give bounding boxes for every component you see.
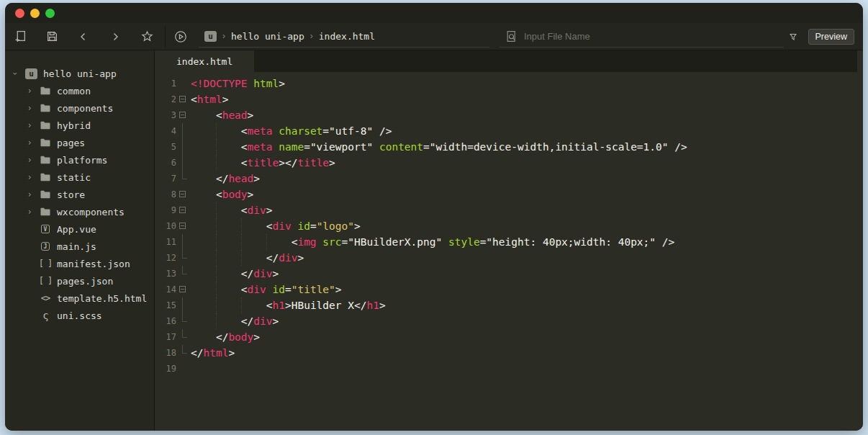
chevron-down-icon: ›: [10, 69, 20, 78]
tree-item-uni.scss[interactable]: ›ςuni.scss: [5, 307, 154, 324]
code-editor[interactable]: 1<!DOCTYPE html>2<html>3 <head>4 <meta c…: [155, 72, 863, 431]
code-line: 14 <div id="title">: [155, 282, 863, 297]
line-number: 5: [155, 142, 176, 152]
file-search-input[interactable]: [524, 31, 778, 42]
indent-guide: [216, 266, 217, 282]
tree-item-App.vue[interactable]: ›VApp.vue: [5, 220, 154, 238]
new-file-button[interactable]: [12, 29, 28, 45]
json-file-icon: [ ]: [40, 259, 51, 269]
run-icon: [174, 30, 187, 43]
tree-item-label: App.vue: [57, 224, 96, 235]
fold-toggle-icon[interactable]: [179, 191, 186, 197]
indent-guide: [216, 218, 217, 234]
tree-item-template.h5.html[interactable]: ›<>template.h5.html: [5, 290, 154, 307]
indent-guide: [241, 218, 242, 234]
favorites-button[interactable]: [139, 29, 155, 45]
line-number: 6: [155, 158, 176, 168]
fold-end-icon: [182, 329, 187, 338]
fold-toggle-icon[interactable]: [179, 96, 186, 102]
code-line: 12 </div>: [155, 250, 863, 266]
fold-gutter: [176, 91, 191, 107]
tree-item-components[interactable]: ›components: [5, 99, 154, 117]
fold-gutter: [176, 250, 191, 266]
minimize-button[interactable]: [30, 9, 40, 18]
preview-button[interactable]: Preview: [808, 29, 854, 45]
run-button[interactable]: [173, 29, 189, 45]
fold-toggle-icon[interactable]: [179, 286, 186, 292]
line-number: 17: [155, 332, 176, 342]
code-line: 10 <div id="logo">: [155, 218, 863, 234]
folder-icon: [40, 138, 51, 147]
line-number: 2: [155, 94, 176, 104]
tree-item-hybrid[interactable]: ›hybrid: [5, 117, 154, 134]
tree-item-label: components: [57, 103, 113, 114]
fold-gutter: [176, 282, 191, 297]
file-tree: ›uhello uni-app›common›components›hybrid…: [5, 65, 154, 324]
file-search-field[interactable]: [499, 26, 784, 48]
js-file-icon: J: [40, 242, 51, 251]
code-line: 5 <meta name="viewport" content="width=d…: [155, 139, 863, 155]
fold-end-icon: [182, 171, 187, 179]
folder-icon: [40, 173, 51, 181]
folder-icon: [40, 86, 51, 95]
fold-line: [182, 139, 183, 155]
breadcrumb: u › hello uni-app › index.html: [199, 26, 489, 48]
tab-index-html[interactable]: index.html: [155, 50, 254, 72]
code-text: <html>: [191, 91, 228, 107]
line-number: 15: [155, 300, 176, 310]
forward-button[interactable]: [107, 29, 123, 45]
back-button[interactable]: [76, 29, 91, 45]
tree-item-root[interactable]: ›uhello uni-app: [5, 65, 154, 82]
vue-file-icon: V: [40, 225, 51, 233]
code-line: 3 <head>: [155, 107, 863, 123]
tree-item-store[interactable]: ›store: [5, 186, 154, 203]
tree-item-label: wxcomponents: [57, 207, 125, 218]
tree-item-pages[interactable]: ›pages: [5, 134, 154, 151]
folder-icon: [40, 207, 51, 216]
tree-item-wxcomponents[interactable]: ›wxcomponents: [5, 203, 154, 220]
chevron-right-icon: ›: [25, 138, 34, 148]
line-number: 12: [155, 253, 176, 263]
tree-item-pages.json[interactable]: ›[ ]pages.json: [5, 272, 154, 290]
folder-icon: [40, 190, 51, 199]
line-number: 3: [155, 110, 176, 120]
save-button[interactable]: [44, 29, 60, 45]
zoom-button[interactable]: [45, 9, 55, 18]
fold-toggle-icon[interactable]: [179, 112, 186, 118]
fold-gutter: [176, 329, 191, 345]
tree-item-main.js[interactable]: ›Jmain.js: [5, 238, 154, 255]
code-line: 18</html>: [155, 345, 863, 361]
folder-icon: [40, 156, 51, 164]
tree-item-manifest.json[interactable]: ›[ ]manifest.json: [5, 255, 154, 272]
line-number: 18: [155, 348, 176, 358]
tree-item-label: hello uni-app: [43, 68, 117, 79]
code-line: 7 </head>: [155, 171, 863, 187]
code-line: 17 </body>: [155, 329, 863, 345]
code-text: <title></title>: [191, 155, 335, 171]
project-sidebar: ›uhello uni-app›common›components›hybrid…: [5, 50, 155, 431]
html-file-icon: <>: [40, 293, 51, 303]
indent-guide: [241, 234, 242, 250]
folder-icon: [40, 104, 51, 112]
fold-toggle-icon[interactable]: [179, 223, 186, 229]
tree-item-static[interactable]: ›static: [5, 169, 154, 186]
filter-button[interactable]: [785, 29, 801, 45]
close-button[interactable]: [15, 9, 24, 18]
fold-gutter: [176, 171, 191, 187]
json-file-icon: [ ]: [40, 276, 51, 286]
new-file-icon: [14, 30, 27, 42]
tree-item-platforms[interactable]: ›platforms: [5, 151, 154, 169]
indent-guide: [216, 139, 217, 155]
code-line: 16 </div>: [155, 313, 863, 329]
fold-gutter: [176, 345, 191, 361]
indent-guide: [216, 282, 217, 297]
fold-line: [182, 123, 183, 139]
fold-toggle-icon[interactable]: [179, 207, 186, 213]
fold-gutter: [176, 234, 191, 250]
breadcrumb-project[interactable]: hello uni-app: [231, 31, 304, 42]
chevron-right-icon: ›: [25, 86, 34, 96]
breadcrumb-file[interactable]: index.html: [319, 31, 375, 42]
tree-item-common[interactable]: ›common: [5, 82, 154, 99]
line-number: 4: [155, 126, 176, 136]
folder-icon: [40, 121, 51, 130]
